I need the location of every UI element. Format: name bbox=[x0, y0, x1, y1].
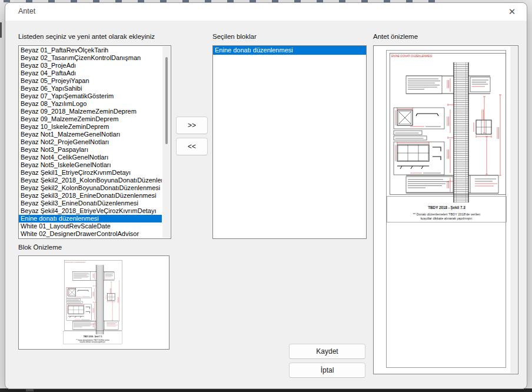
list-item[interactable]: Beyaz 01_PaftaRevÖlçekTarih bbox=[19, 46, 162, 54]
figure-caption: TBDY 2018 - Şekil 7.3 bbox=[428, 205, 466, 210]
dialog-title: Antet bbox=[18, 7, 35, 15]
list-item[interactable]: White 01_LayoutRevScaleDate bbox=[19, 222, 162, 230]
list-item[interactable]: Beyaz Şekil2_2018_KolonBoyunaDonatıDüzen… bbox=[19, 177, 162, 184]
drawing-title: ENİNE DONATI DÜZENLENMESİ bbox=[391, 54, 433, 58]
column-rebar-ladder bbox=[454, 62, 468, 202]
list-item[interactable]: Beyaz Şekil2_KolonBoyunaDonatıDüzenlenme… bbox=[19, 184, 162, 192]
antet-preview-label: Antet önizleme bbox=[373, 33, 418, 40]
list-item[interactable]: Beyaz 07_YapıŞematikGösterim bbox=[19, 92, 162, 100]
antet-preview-panel[interactable]: ENİNE DONATI DÜZENLENMESİ bbox=[373, 45, 518, 374]
selected-list-label: Seçilen bloklar bbox=[212, 33, 257, 40]
list-item[interactable]: Beyaz 04_PaftaAdı bbox=[19, 69, 162, 77]
source-list-label: Listeden seçiniz ve yeni antet olarak ek… bbox=[18, 33, 155, 40]
list-item[interactable]: Beyaz Not2_ProjeGenelNotları bbox=[19, 138, 162, 146]
figure-note-line1: ** Donatı düzenlemeleri TBDY 2018'de ver… bbox=[413, 212, 480, 216]
close-icon[interactable]: ✕ bbox=[503, 4, 521, 19]
list-item[interactable]: Beyaz Not4_CelikGenelNotları bbox=[19, 154, 162, 161]
antet-source-list[interactable]: Beyaz 01_PaftaRevÖlçekTarihBeyaz 02_Tasa… bbox=[18, 45, 171, 239]
list-item[interactable]: Beyaz Şekil3_EnineDonatıDüzenlenmesi bbox=[19, 200, 162, 207]
list-item[interactable]: Beyaz 05_ProjeyiYapan bbox=[19, 77, 162, 85]
cancel-button[interactable]: İptal bbox=[289, 363, 365, 378]
list-item[interactable]: Beyaz Not5_IskeleGenelNotları bbox=[19, 161, 162, 169]
figure-note-line2: koşullar dikkate alınarak yapılmıştır. bbox=[421, 217, 473, 220]
selected-list-item[interactable]: Enine donatı düzenlenmesi bbox=[213, 46, 366, 55]
list-item[interactable]: White 02_DesignerDrawerControlAdvisor bbox=[19, 230, 162, 238]
list-item[interactable]: Beyaz 02_TasarımÇizenKontrolDanışman bbox=[19, 54, 162, 62]
list-item[interactable]: Enine donatı düzenlenmesi bbox=[19, 215, 162, 222]
column-rebar-ladder bbox=[96, 265, 103, 334]
background-app-edge bbox=[0, 22, 2, 38]
add-block-button[interactable]: >> bbox=[176, 117, 208, 134]
list-item[interactable]: Beyaz 03_ProjeAdı bbox=[19, 62, 162, 69]
figure-caption: TBDY 2018 - Şekil 7.3 bbox=[84, 335, 102, 338]
scrollbar-thumb[interactable] bbox=[165, 57, 168, 144]
dialog-titlebar[interactable]: Antet ✕ bbox=[5, 3, 527, 21]
remove-block-button[interactable]: << bbox=[176, 138, 208, 155]
block-preview-label: Blok Önizleme bbox=[18, 244, 62, 251]
list-item[interactable]: Beyaz 06_YapıSahibi bbox=[19, 85, 162, 92]
drawing-title: ENİNE DONATI DÜZENLENMESİ bbox=[65, 261, 86, 263]
save-button[interactable]: Kaydet bbox=[289, 344, 365, 359]
antet-dialog: Antet ✕ Listeden seçiniz ve yeni antet o… bbox=[5, 2, 527, 389]
source-list-scrollbar[interactable] bbox=[162, 46, 170, 238]
list-item[interactable]: Beyaz Şekil4_2018_EtriyeVeÇirozKıvrımDet… bbox=[19, 207, 162, 215]
taskbar-chip bbox=[26, 389, 34, 391]
block-preview-panel: ENİNE DONATI DÜZENLENMESİ bbox=[18, 255, 169, 350]
preview-scrollbar-track[interactable] bbox=[510, 46, 517, 373]
list-item[interactable]: Beyaz Not3_Paspayları bbox=[19, 146, 162, 154]
list-item[interactable]: Beyaz 08_YazılımLogo bbox=[19, 100, 162, 108]
antet-sheet: ENİNE DONATI DÜZENLENMESİ bbox=[386, 50, 506, 368]
list-item[interactable]: Beyaz Şekil1_EtriyeÇirozKıvrımDetayı bbox=[19, 169, 162, 177]
blok-preview-drawing: ENİNE DONATI DÜZENLENMESİ bbox=[63, 259, 124, 346]
list-item[interactable]: Beyaz Not1_MalzemeGenelNotları bbox=[19, 131, 162, 138]
antet-preview-drawing: ENİNE DONATI DÜZENLENMESİ bbox=[387, 51, 506, 225]
figure-note-line2: koşullar dikkate alınarak yapılmıştır. bbox=[80, 341, 106, 343]
selected-blocks-list[interactable]: Enine donatı düzenlenmesi bbox=[212, 45, 367, 239]
list-items-container: Beyaz 01_PaftaRevÖlçekTarihBeyaz 02_Tasa… bbox=[19, 46, 162, 238]
list-item[interactable]: Beyaz 09_2018_MalzemeZeminDeprem bbox=[19, 108, 162, 115]
list-item[interactable]: Beyaz Şekil3_2018_EnineDonatıDüzenlenmes… bbox=[19, 192, 162, 200]
list-item[interactable]: Beyaz 09_MalzemeZeminDeprem bbox=[19, 115, 162, 123]
list-item[interactable]: Beyaz 10_IskeleZeminDeprem bbox=[19, 123, 162, 131]
